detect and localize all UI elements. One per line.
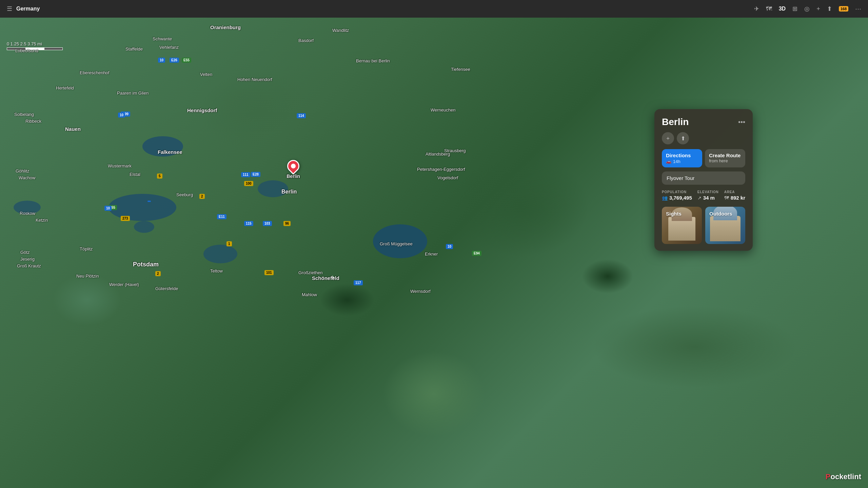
directions-label: Directions	[666, 152, 691, 158]
sidebar-toggle-icon[interactable]: ☰	[7, 5, 12, 13]
panel-stats: POPULATION 👥 3,769,495 ELEVATION ↗ 34 m …	[662, 190, 745, 201]
sights-label: Sights	[666, 211, 682, 217]
location-icon[interactable]: ◎	[804, 5, 810, 13]
panel-actions-row: ＋ ⬆	[662, 132, 745, 144]
outdoors-label: Outdoors	[709, 211, 732, 217]
elevation-label: ELEVATION	[697, 190, 719, 194]
panel-header: Berlin •••	[662, 117, 745, 127]
population-label: POPULATION	[662, 190, 692, 194]
scale-label: 0 1.25 2.5 3.75 mi	[7, 41, 63, 46]
map-pin: Berlin	[287, 160, 299, 172]
create-route-sub: from here	[709, 158, 741, 163]
pin-label: Berlin	[287, 174, 300, 179]
area-label: AREA	[724, 190, 745, 194]
3d-button[interactable]: 3D	[779, 6, 786, 12]
category-card-sights[interactable]: Sights	[662, 207, 702, 244]
sights-building	[668, 217, 695, 241]
directions-button[interactable]: Directions 🚗 14h	[662, 149, 702, 167]
map-icon[interactable]: 🗺	[766, 5, 772, 13]
outdoors-building	[710, 216, 741, 241]
panel-more-button[interactable]: •••	[738, 118, 745, 126]
watermark: Pocketlint	[826, 472, 861, 481]
share-icon: ⬆	[681, 135, 685, 142]
stat-elevation: ELEVATION ↗ 34 m	[697, 190, 719, 201]
directions-icon[interactable]: ✈	[754, 5, 759, 13]
titlebar-left: ☰ Germany	[7, 5, 40, 13]
population-icon: 👥	[662, 195, 668, 201]
panel-categories: Sights Outdoors	[662, 207, 745, 244]
titlebar: ☰ Germany ✈ 🗺 3D ⊞ ◎ + ⬆ 168 ⋯	[0, 0, 868, 18]
panel-title: Berlin	[662, 117, 689, 127]
scale-bar: 0 1.25 2.5 3.75 mi	[7, 41, 63, 50]
pin-inner	[290, 163, 297, 169]
area-value-row: 🗺 892 kr	[724, 195, 745, 201]
stat-area: AREA 🗺 892 kr	[724, 190, 745, 201]
directions-time: 14h	[673, 159, 680, 164]
map[interactable]: 0 1.25 2.5 3.75 mi Potsdam Berlin Oranie…	[0, 18, 868, 488]
map-background	[0, 18, 868, 488]
panel-buttons: Directions 🚗 14h Create Route from here	[662, 149, 745, 167]
page-title: Germany	[16, 6, 40, 12]
watermark-text: ocketlint	[831, 472, 861, 481]
upload-icon[interactable]: ⬆	[827, 5, 832, 13]
pin-dot	[285, 158, 302, 175]
route-badge: 168	[839, 6, 848, 12]
stat-population: POPULATION 👥 3,769,495	[662, 190, 692, 201]
create-route-button[interactable]: Create Route from here	[705, 149, 745, 167]
population-value-row: 👥 3,769,495	[662, 195, 692, 201]
directions-sub: 🚗 14h	[666, 159, 680, 164]
airport-icon: ✈	[331, 274, 335, 281]
overflow-icon[interactable]: ⋯	[855, 5, 861, 13]
add-icon[interactable]: +	[816, 5, 820, 13]
info-panel: Berlin ••• ＋ ⬆ Directions 🚗 14h Create R…	[654, 109, 753, 251]
population-value: 3,769,495	[669, 195, 692, 201]
create-route-label: Create Route	[709, 152, 741, 158]
car-icon: 🚗	[666, 159, 671, 164]
elevation-value: 34 m	[703, 195, 715, 201]
panel-share-button[interactable]: ⬆	[677, 132, 689, 144]
titlebar-right: ✈ 🗺 3D ⊞ ◎ + ⬆ 168 ⋯	[754, 5, 861, 13]
elevation-value-row: ↗ 34 m	[697, 195, 719, 201]
area-icon: 🗺	[724, 195, 729, 201]
flyover-button[interactable]: Flyover Tour	[662, 171, 745, 185]
category-card-outdoors[interactable]: Outdoors	[705, 207, 745, 244]
layers-icon[interactable]: ⊞	[792, 5, 797, 13]
add-icon: ＋	[665, 135, 671, 142]
area-value: 892 kr	[731, 195, 745, 201]
panel-add-button[interactable]: ＋	[662, 132, 674, 144]
elevation-icon: ↗	[697, 195, 702, 201]
watermark-p: P	[826, 472, 831, 481]
